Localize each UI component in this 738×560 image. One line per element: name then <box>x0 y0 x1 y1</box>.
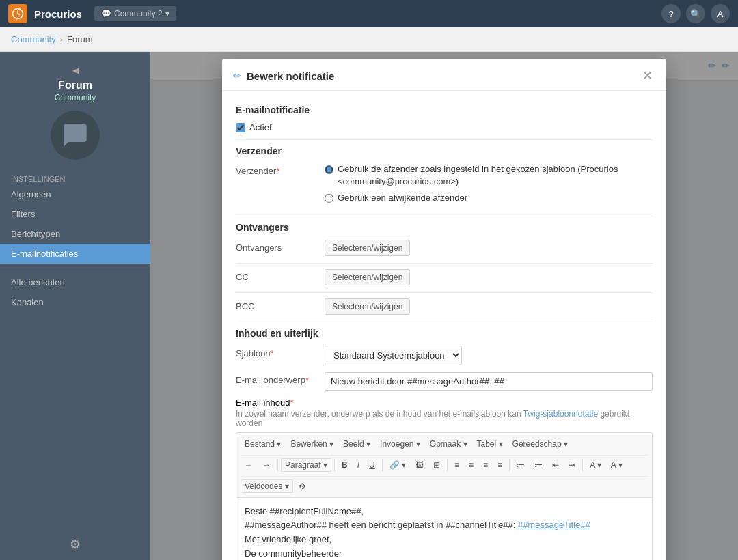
onderwerp-label-text: E-mail onderwerp* <box>236 372 325 385</box>
sidebar-forum-title: Forum <box>58 79 92 92</box>
toolbar-align-center[interactable]: ≡ <box>465 458 478 472</box>
cc-select-btn[interactable]: Selecteren/wijzigen <box>325 269 410 285</box>
onderwerp-row: E-mail onderwerp* <box>236 372 653 391</box>
toolbar-tabel[interactable]: Tabel ▾ <box>473 437 507 451</box>
actief-label: Actief <box>249 122 272 132</box>
bcc-row: BCC Selecteren/wijzigen <box>236 298 653 315</box>
modal-overlay: ✏ Bewerk notificatie ✕ E-mailnotificatie… <box>150 52 738 560</box>
edit-notif-icon: ✏ <box>233 70 241 81</box>
toolbar-row-3: Veldcodes ▾ ⚙ <box>241 476 648 494</box>
toolbar-undo[interactable]: ← <box>241 458 257 472</box>
actief-checkbox[interactable] <box>236 123 245 132</box>
toolbar-sep-6 <box>582 459 583 471</box>
toolbar-table-insert[interactable]: ⊞ <box>429 458 444 472</box>
toolbar-sep-5 <box>509 459 510 471</box>
twig-link[interactable]: Twig-sjabloonnotatie <box>523 409 598 419</box>
brand-name: Procurios <box>34 8 82 20</box>
toolbar-underline[interactable]: U <box>365 458 379 472</box>
section-title-ontvangers: Ontvangers <box>236 222 653 233</box>
sjabloon-label-text: Sjabloon* <box>236 346 325 359</box>
toolbar-redo[interactable]: → <box>258 458 275 472</box>
toolbar-list-ol[interactable]: ≔ <box>530 458 547 472</box>
email-body-line3: Met vriendelijke groet, <box>245 533 644 547</box>
toolbar-bewerken[interactable]: Bewerken ▾ <box>286 437 338 451</box>
section-title-inhoud: Inhoud en uiterlijk <box>236 328 653 339</box>
settings-icon[interactable]: ⚙ <box>70 537 81 551</box>
breadcrumb-item-forum: Forum <box>67 34 93 44</box>
bcc-control: Selecteren/wijzigen <box>325 298 653 315</box>
editor-toolbar: Bestand ▾ Bewerken ▾ Beeld ▾ Invoegen ▾ … <box>236 432 653 497</box>
toolbar-gereedschap[interactable]: Gereedschap ▾ <box>508 437 572 451</box>
radio1-label: Gebruik de afzender zoals ingesteld in h… <box>338 163 653 188</box>
sidebar-item-alle-berichten[interactable]: Alle berichten <box>0 272 150 292</box>
radio-option-2: Gebruik een afwijkende afzender <box>325 192 653 204</box>
ontvangers-select-btn[interactable]: Selecteren/wijzigen <box>325 240 410 256</box>
verzender-control: Gebruik de afzender zoals ingesteld in h… <box>325 163 653 209</box>
toolbar-settings[interactable]: ⚙ <box>295 479 310 493</box>
toolbar-indent-in[interactable]: ⇥ <box>564 458 579 472</box>
community-icon: 💬 <box>101 9 111 18</box>
content-area: ✏ ✏ ✏ Bewerk notificatie ✕ E-mailnotific… <box>150 52 738 560</box>
breadcrumb: Community › Forum <box>0 27 738 52</box>
toolbar-indent-out[interactable]: ⇤ <box>548 458 563 472</box>
toolbar-list-ul[interactable]: ≔ <box>512 458 529 472</box>
sidebar-item-algemeen[interactable]: Algemeen <box>0 184 150 204</box>
toolbar-sep-3 <box>382 459 383 471</box>
toolbar-image[interactable]: 🖼 <box>411 458 428 472</box>
modal-title: Bewerk notificatie <box>247 70 634 82</box>
radio-default-sender[interactable] <box>325 165 333 174</box>
sjabloon-row: Sjabloon* Standaard Systeemsjabloon <box>236 346 653 365</box>
toolbar-opmaak[interactable]: Opmaak ▾ <box>426 437 472 451</box>
top-navigation: Procurios 💬 Community 2 ▾ ? 🔍 A <box>0 0 738 27</box>
toolbar-bestand[interactable]: Bestand ▾ <box>241 437 285 451</box>
sidebar-section-instellingen: Instellingen <box>0 171 150 184</box>
sidebar-forum-sub: Community <box>55 93 96 102</box>
sidebar-item-emailnotificaties[interactable]: E-mailnotificaties <box>0 244 150 264</box>
breadcrumb-item-community[interactable]: Community <box>11 34 56 44</box>
collapse-arrow[interactable]: ◀ <box>70 63 81 78</box>
search-button[interactable]: 🔍 <box>686 4 705 23</box>
toolbar-veldcodes[interactable]: Veldcodes ▾ <box>241 479 293 493</box>
radio2-label: Gebruik een afwijkende afzender <box>338 192 467 204</box>
onderwerp-input[interactable] <box>325 372 653 391</box>
radio-custom-sender[interactable] <box>325 194 333 203</box>
inhoud-label-text: E-mail inhoud <box>236 397 290 408</box>
modal-body: E-mailnotificatie Actief Verzender Verze… <box>222 91 666 560</box>
community-selector[interactable]: 💬 Community 2 ▾ <box>94 6 176 21</box>
user-button[interactable]: A <box>711 4 730 23</box>
modal-header: ✏ Bewerk notificatie ✕ <box>222 59 666 91</box>
toolbar-sep-4 <box>447 459 448 471</box>
toolbar-align-justify[interactable]: ≡ <box>493 458 506 472</box>
toolbar-sep-1 <box>277 459 278 471</box>
editor-content[interactable]: Beste ##recipientFullName##, ##messageAu… <box>236 497 653 560</box>
toolbar-link[interactable]: 🔗 ▾ <box>385 458 410 472</box>
toolbar-paragraph-dropdown[interactable]: Paragraaf ▾ <box>281 458 331 472</box>
ontvangers-row: Ontvangers Selecteren/wijzigen <box>236 240 653 256</box>
toolbar-bg-color[interactable]: A ▾ <box>607 458 627 472</box>
chevron-down-icon: ▾ <box>165 9 169 18</box>
toolbar-bold[interactable]: B <box>338 458 352 472</box>
toolbar-font-color[interactable]: A ▾ <box>586 458 605 472</box>
toolbar-beeld[interactable]: Beeld ▾ <box>339 437 374 451</box>
verzender-row: Verzender* Gebruik de afzender zoals ing… <box>236 163 653 209</box>
email-body-line1: Beste ##recipientFullName##, <box>245 505 644 519</box>
cc-control: Selecteren/wijzigen <box>325 269 653 285</box>
toolbar-italic[interactable]: I <box>353 458 364 472</box>
sidebar-item-filters[interactable]: Filters <box>0 204 150 224</box>
modal-close-button[interactable]: ✕ <box>640 68 655 83</box>
sidebar-item-berichttypen[interactable]: Berichttypen <box>0 224 150 244</box>
sjabloon-select[interactable]: Standaard Systeemsjabloon <box>325 346 462 365</box>
radio-option-1: Gebruik de afzender zoals ingesteld in h… <box>325 163 653 188</box>
sidebar: ◀ Forum Community Instellingen Algemeen … <box>0 52 150 560</box>
help-button[interactable]: ? <box>661 4 681 23</box>
toolbar-align-right[interactable]: ≡ <box>479 458 492 472</box>
toolbar-align-left[interactable]: ≡ <box>450 458 463 472</box>
toolbar-invoegen[interactable]: Invoegen ▾ <box>376 437 424 451</box>
inhoud-label-row: E-mail inhoud* <box>236 397 653 408</box>
ontvangers-control: Selecteren/wijzigen <box>325 240 653 256</box>
cc-row: CC Selecteren/wijzigen <box>236 269 653 285</box>
sidebar-item-kanalen[interactable]: Kanalen <box>0 292 150 312</box>
bcc-select-btn[interactable]: Selecteren/wijzigen <box>325 298 410 315</box>
toolbar-row-2: ← → Paragraaf ▾ B I U 🔗 ▾ 🖼 ⊞ <box>241 455 648 473</box>
main-layout: ◀ Forum Community Instellingen Algemeen … <box>0 52 738 560</box>
